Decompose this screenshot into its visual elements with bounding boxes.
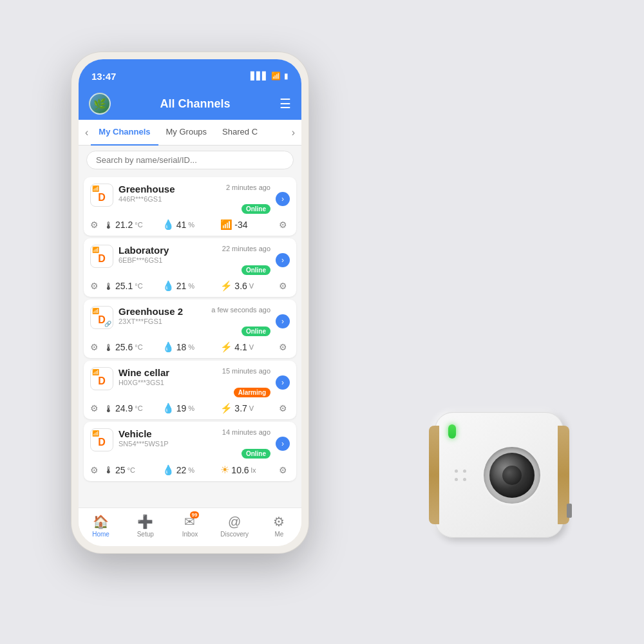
- tab-left-arrow[interactable]: ‹: [82, 127, 91, 138]
- tab-my-channels[interactable]: My Channels: [91, 120, 158, 146]
- channel-info-gh2: Greenhouse 2 a few seconds ago 23XT***FG…: [118, 306, 270, 336]
- nav-inbox-label: Inbox: [182, 531, 198, 538]
- channel-card-vehicle[interactable]: 📶 D Vehicle 14 minutes ago SN54***5WS1P: [84, 422, 296, 481]
- me-icon: ⚙: [273, 514, 285, 529]
- inbox-icon: ✉ 99: [184, 514, 195, 529]
- channel-info-lab: Laboratory 22 minutes ago 6EBF***6GS1 On…: [118, 245, 270, 275]
- channel-arrow[interactable]: ›: [276, 253, 290, 267]
- hardware-device: [435, 412, 576, 547]
- channel-list: 📶 D Greenhouse 2 minutes ago 446R***6GS1: [79, 175, 301, 507]
- nav-home[interactable]: 🏠 Home: [85, 514, 117, 538]
- gear-icon[interactable]: ⚙: [90, 403, 99, 413]
- channel-id: SN54***5WS1P: [118, 440, 270, 448]
- led-indicator: [448, 424, 456, 439]
- channel-icon-lab: 📶 D: [90, 245, 113, 268]
- metric-voltage: ⚡3.7V: [220, 402, 276, 414]
- device-dots: [455, 469, 466, 481]
- tab-shared[interactable]: Shared C: [214, 120, 265, 146]
- inbox-badge: 99: [190, 511, 200, 518]
- camera-lens: [484, 447, 540, 504]
- gear-icon[interactable]: ⚙: [90, 342, 99, 352]
- gear-icon[interactable]: ⚙: [90, 465, 99, 475]
- metric-voltage: ⚡4.1V: [220, 341, 276, 353]
- channel-arrow[interactable]: ›: [276, 437, 290, 451]
- channel-card-laboratory[interactable]: 📶 D Laboratory 22 minutes ago 6EBF***6GS…: [84, 238, 296, 297]
- metric-light: ☀10.6lx: [220, 464, 276, 476]
- tab-my-groups[interactable]: My Groups: [158, 120, 215, 146]
- channel-metrics: ⚙ 🌡25.6°C 💧18% ⚡4.1V ⚙: [90, 341, 290, 353]
- gear-icon[interactable]: ⚙: [90, 281, 99, 291]
- search-bar: [79, 146, 301, 175]
- device-body: [435, 412, 564, 538]
- nav-inbox[interactable]: ✉ 99 Inbox: [174, 514, 206, 538]
- channel-arrow[interactable]: ›: [276, 375, 290, 390]
- gear-icon-right[interactable]: ⚙: [279, 465, 287, 475]
- metric-humidity: 💧19%: [162, 402, 218, 414]
- brand-logo: D: [98, 193, 106, 203]
- channel-icon-vehicle: 📶 D: [90, 428, 113, 451]
- channel-name: Greenhouse 2: [118, 306, 183, 317]
- nav-setup[interactable]: ➕ Setup: [129, 514, 162, 538]
- gear-icon[interactable]: ⚙: [90, 220, 99, 230]
- channel-name: Laboratory: [118, 245, 169, 256]
- channel-metrics: ⚙ 🌡24.9°C 💧19% ⚡3.7V ⚙: [90, 402, 290, 414]
- channel-info-greenhouse: Greenhouse 2 minutes ago 446R***6GS1 Onl…: [118, 184, 270, 214]
- metric-humidity: 💧41%: [162, 219, 218, 231]
- channel-metrics: ⚙ 🌡25°C 💧22% ☀10.6lx ⚙: [90, 464, 290, 476]
- nav-discovery[interactable]: @ Discovery: [218, 515, 251, 538]
- status-icons: ▋▋▋ 📶 ▮: [251, 71, 289, 80]
- channel-icon-wine: 📶 D: [90, 367, 113, 390]
- status-bar: 13:47 ▋▋▋ 📶 ▮: [79, 59, 301, 88]
- metric-voltage: ⚡3.6V: [220, 280, 276, 292]
- app-title: All Channels: [160, 97, 230, 111]
- nav-discovery-label: Discovery: [220, 531, 249, 538]
- gear-icon-right[interactable]: ⚙: [279, 342, 287, 352]
- battery-icon: ▮: [284, 71, 289, 80]
- menu-icon[interactable]: ☰: [279, 96, 291, 111]
- nav-setup-label: Setup: [137, 531, 154, 538]
- status-badge: Online: [242, 449, 270, 459]
- channel-id: 446R***6GS1: [118, 195, 270, 203]
- channel-id: 6EBF***6GS1: [118, 256, 270, 264]
- channel-time: 15 minutes ago: [222, 367, 270, 375]
- status-time: 13:47: [91, 71, 116, 82]
- gear-icon-right[interactable]: ⚙: [279, 403, 287, 413]
- channel-time: 14 minutes ago: [222, 428, 270, 436]
- channel-time: 2 minutes ago: [226, 184, 270, 191]
- channel-card-greenhouse[interactable]: 📶 D Greenhouse 2 minutes ago 446R***6GS1: [84, 177, 296, 236]
- channel-time: 22 minutes ago: [222, 245, 270, 252]
- wifi-small-icon: 📶: [92, 185, 99, 192]
- metric-humidity: 💧21%: [162, 280, 218, 292]
- nav-me[interactable]: ⚙ Me: [263, 514, 295, 538]
- channel-info-wine: Wine cellar 15 minutes ago H0XG***3GS1 A…: [118, 367, 270, 397]
- avatar[interactable]: 🌿: [89, 93, 111, 115]
- channel-card-greenhouse2[interactable]: 📶 D 🔗 Greenhouse 2 a few seconds ago 23X…: [84, 299, 296, 358]
- tab-right-arrow[interactable]: ›: [289, 127, 298, 138]
- channel-arrow[interactable]: ›: [276, 192, 290, 206]
- status-badge: Online: [242, 327, 270, 336]
- tabs: My Channels My Groups Shared C: [91, 120, 289, 146]
- channel-metrics: ⚙ 🌡25.1°C 💧21% ⚡3.6V ⚙: [90, 280, 290, 292]
- status-badge: Online: [242, 204, 270, 214]
- nav-home-label: Home: [92, 531, 109, 538]
- channel-time: a few seconds ago: [211, 306, 270, 314]
- signal-icon: ▋▋▋: [251, 71, 268, 80]
- discovery-icon: @: [228, 515, 241, 529]
- channel-name: Wine cellar: [118, 367, 169, 378]
- search-input[interactable]: [86, 151, 294, 169]
- channel-info-vehicle: Vehicle 14 minutes ago SN54***5WS1P Onli…: [118, 428, 270, 459]
- channel-card-wine[interactable]: 📶 D Wine cellar 15 minutes ago H0XG***3G…: [84, 361, 296, 419]
- status-badge-alarming: Alarming: [234, 388, 270, 397]
- device-side-left: [429, 426, 439, 524]
- gear-icon-right[interactable]: ⚙: [279, 220, 287, 230]
- channel-arrow[interactable]: ›: [276, 314, 290, 328]
- metric-signal: 📶-34: [220, 219, 276, 231]
- channel-icon-greenhouse: 📶 D: [90, 184, 113, 207]
- lens-inner: [502, 466, 522, 485]
- gear-icon-right[interactable]: ⚙: [279, 281, 287, 291]
- nav-me-label: Me: [274, 531, 283, 538]
- channel-icon-gh2: 📶 D 🔗: [90, 306, 113, 329]
- channel-id: 23XT***FGS1: [118, 317, 270, 325]
- metric-temp: 🌡21.2°C: [104, 220, 160, 231]
- wifi-icon: 📶: [271, 71, 281, 80]
